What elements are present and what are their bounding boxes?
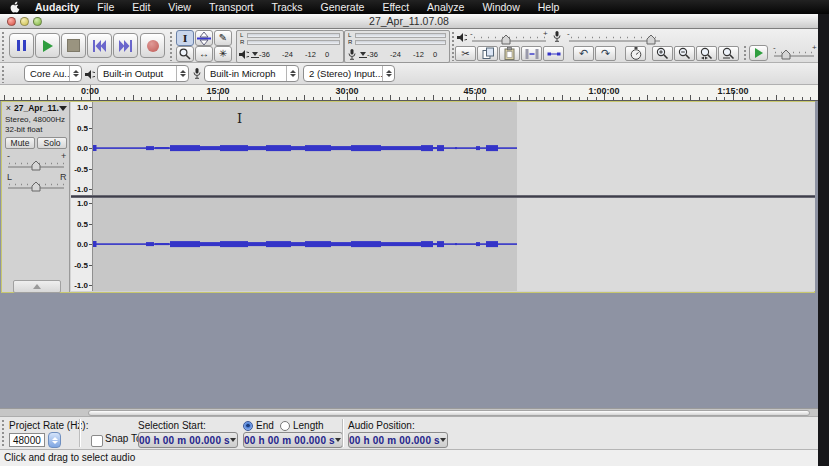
ruler-tick — [442, 97, 443, 100]
toolbar-grip[interactable] — [743, 45, 747, 61]
menu-file[interactable]: File — [88, 0, 123, 14]
selection-end-time-field[interactable]: 00 h 00 m 00.000 s — [243, 432, 343, 448]
stopwatch-button[interactable] — [625, 46, 646, 61]
input-device-mic-icon — [193, 68, 201, 79]
selection-end-value: 00 h 00 m 00.000 s — [244, 435, 335, 446]
waveform-sample — [381, 242, 399, 246]
menu-view[interactable]: View — [159, 0, 200, 14]
input-volume-slider[interactable] — [567, 32, 662, 45]
ruler-tick — [553, 97, 554, 100]
input-device-select[interactable]: Built-in Microph — [204, 65, 299, 82]
skip-to-start-button[interactable] — [87, 33, 112, 58]
recording-meter[interactable]: LR -36-24-120 — [344, 30, 450, 63]
play-button[interactable] — [35, 33, 60, 58]
amplitude-tick — [89, 148, 92, 149]
play-at-speed-button[interactable] — [749, 45, 768, 61]
length-radio[interactable] — [280, 421, 290, 431]
redo-button[interactable]: ↷ — [595, 46, 616, 61]
menu-analyze[interactable]: Analyze — [418, 0, 473, 14]
solo-button[interactable]: Solo — [37, 137, 67, 149]
zoom-tool-button[interactable] — [176, 46, 194, 62]
ruler-tick — [544, 97, 545, 100]
waveform-right[interactable] — [93, 198, 815, 291]
skip-to-end-button[interactable] — [113, 33, 138, 58]
cut-button[interactable]: ✂ — [455, 46, 476, 61]
pause-button[interactable] — [9, 33, 34, 58]
audio-position-time-field[interactable]: 00 h 00 m 00.000 s — [348, 432, 448, 448]
stop-button[interactable] — [61, 33, 86, 58]
vertical-scale-left[interactable]: 1.00.50.0-0.5-1.0 — [71, 102, 93, 195]
time-shift-tool-button[interactable]: ↔ — [195, 46, 213, 62]
silence-audio-button[interactable] — [543, 46, 564, 61]
menu-audacity[interactable]: Audacity — [26, 0, 88, 14]
fit-project-button[interactable] — [718, 46, 739, 61]
timeline-ruler[interactable]: 0:0015:0030:0045:001:00:001:15:00 — [0, 85, 818, 101]
track-name[interactable]: 27_Apr_11. — [14, 103, 59, 113]
zoom-out-button[interactable] — [674, 46, 695, 61]
paste-button[interactable] — [499, 46, 520, 61]
menu-generate[interactable]: Generate — [312, 0, 374, 14]
channel-left[interactable]: 1.00.50.0-0.5-1.0 I — [71, 102, 815, 195]
menu-edit[interactable]: Edit — [123, 0, 159, 14]
amplitude-tick — [89, 224, 92, 225]
menu-help[interactable]: Help — [529, 0, 569, 14]
playback-meter[interactable]: LR -36-24-120 — [236, 30, 344, 63]
waveform-left[interactable] — [93, 102, 815, 195]
menu-tracks[interactable]: Tracks — [262, 0, 311, 14]
fit-selection-button[interactable] — [696, 46, 717, 61]
pan-slider[interactable] — [6, 179, 66, 192]
copy-button[interactable] — [477, 46, 498, 61]
undo-button[interactable]: ↶ — [573, 46, 594, 61]
snap-to-checkbox[interactable] — [91, 435, 103, 447]
project-rate-input[interactable]: 48000 — [9, 433, 45, 447]
horizontal-scrollbar[interactable] — [0, 408, 818, 416]
ruler-tick — [459, 97, 460, 100]
trim-audio-button[interactable] — [521, 46, 542, 61]
time-field-dropdown-icon[interactable] — [230, 438, 237, 442]
menu-transport[interactable]: Transport — [200, 0, 263, 14]
time-field-dropdown-icon[interactable] — [335, 438, 342, 442]
toolbar-grip[interactable] — [1, 65, 5, 83]
project-rate-stepper[interactable] — [48, 432, 61, 448]
toolbar-grip[interactable] — [1, 31, 5, 61]
waveform-sample — [266, 145, 291, 151]
audio-track[interactable]: × 27_Apr_11. Stereo, 48000Hz 32-bit floa… — [1, 101, 815, 293]
meter-db-label: -12 — [305, 50, 316, 59]
close-track-button[interactable]: × — [4, 103, 13, 113]
envelope-tool-button[interactable] — [195, 30, 213, 46]
collapse-track-button[interactable] — [13, 280, 61, 293]
selection-tool-button[interactable]: I — [176, 30, 194, 46]
audacity-window: 27_Apr_11.07.08 I ✎ ↔ ✳ — [0, 14, 818, 466]
mute-button[interactable]: Mute — [5, 137, 35, 149]
scissors-icon: ✂ — [461, 48, 469, 59]
input-volume-mic-icon — [553, 31, 561, 42]
ruler-tick — [262, 95, 263, 100]
toolbar-grip[interactable] — [169, 31, 173, 61]
vertical-scale-right[interactable]: 1.00.50.0-0.5-1.0 — [71, 198, 93, 291]
title-bar[interactable]: 27_Apr_11.07.08 — [0, 14, 818, 29]
meter-db-label: 0 — [325, 50, 329, 59]
gain-slider[interactable] — [6, 158, 66, 171]
ruler-tick — [484, 97, 485, 100]
track-area-background[interactable]: × 27_Apr_11. Stereo, 48000Hz 32-bit floa… — [0, 101, 818, 408]
channel-right[interactable]: 1.00.50.0-0.5-1.0 — [71, 198, 815, 291]
output-volume-slider[interactable] — [470, 32, 548, 45]
menu-window[interactable]: Window — [473, 0, 528, 14]
toolbar-grip[interactable] — [1, 419, 5, 447]
record-button[interactable] — [140, 33, 165, 58]
audio-host-select[interactable]: Core Au... — [24, 65, 82, 82]
playback-speed-slider[interactable] — [772, 47, 816, 60]
menu-effect[interactable]: Effect — [373, 0, 418, 14]
amplitude-label: 0.5 — [77, 124, 88, 133]
waveform-sample — [291, 242, 305, 246]
draw-tool-button[interactable]: ✎ — [214, 30, 232, 46]
input-channels-select[interactable]: 2 (Stereo) Input... — [303, 65, 395, 82]
end-radio[interactable] — [243, 421, 253, 431]
zoom-in-button[interactable] — [652, 46, 673, 61]
selection-start-time-field[interactable]: 00 h 00 m 00.000 s — [138, 432, 238, 448]
apple-icon[interactable] — [10, 1, 20, 13]
multi-tool-button[interactable]: ✳ — [214, 46, 232, 62]
track-menu-arrow-icon[interactable] — [59, 106, 67, 111]
time-field-dropdown-icon[interactable] — [440, 438, 447, 442]
output-device-select[interactable]: Built-in Output — [97, 65, 189, 82]
